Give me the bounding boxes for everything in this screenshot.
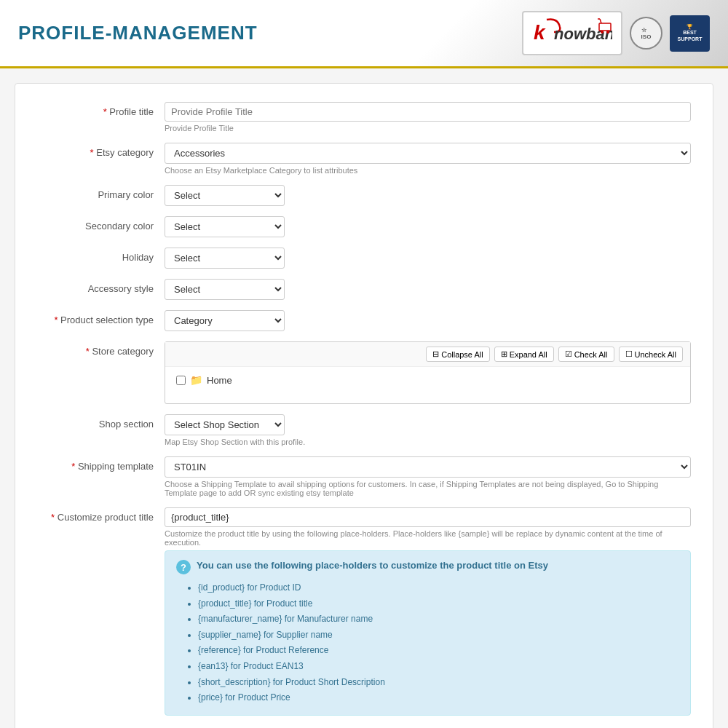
info-box-title: You can use the following place-holders …	[197, 560, 548, 571]
shop-section-select[interactable]: Select Shop Section	[165, 414, 285, 435]
primary-color-wrap: Select	[165, 185, 691, 206]
list-item: {product_title} for Product title	[198, 596, 679, 612]
list-item: {ean13} for Product EAN13	[198, 659, 679, 675]
store-category-group: Store category ⊟ Collapse All ⊞ Expand A…	[37, 341, 691, 404]
accessory-style-select[interactable]: Select	[165, 279, 285, 300]
primary-color-label: Primary color	[37, 185, 165, 200]
profile-title-hint: Provide Profile Title	[165, 124, 691, 132]
svg-point-5	[601, 31, 604, 33]
list-item: {reference} for Product Reference	[198, 643, 679, 659]
placeholder-list: {id_product} for Product ID {product_tit…	[176, 580, 679, 706]
customize-title-group: Customize product title Customize the pr…	[37, 507, 691, 716]
etsy-category-hint: Choose an Etsy Marketplace Category to l…	[165, 166, 691, 175]
folder-icon: 📁	[190, 374, 202, 386]
main-form: Profile title Provide Profile Title Etsy…	[15, 83, 713, 728]
accessory-style-label: Accessory style	[37, 279, 165, 294]
shop-section-hint: Map Etsy Shop Section with this profile.	[165, 438, 691, 446]
profile-title-label: Profile title	[37, 102, 165, 117]
svg-text:nowband: nowband	[554, 25, 612, 43]
holiday-label: Holiday	[37, 248, 165, 263]
etsy-category-label: Etsy category	[37, 143, 165, 158]
check-all-button[interactable]: ☑ Check All	[558, 347, 614, 362]
shipping-template-label: Shipping template	[37, 456, 165, 472]
home-label: Home	[207, 375, 232, 386]
info-box: ? You can use the following place-holder…	[165, 550, 691, 716]
expand-icon: ⊞	[501, 349, 507, 359]
header-logos: k nowband ☆ ISO	[522, 11, 710, 55]
store-category-tree: 📁 Home	[165, 367, 690, 403]
list-item: {manufacturer_name} for Manufacturer nam…	[198, 612, 679, 628]
secondary-color-label: Secondary color	[37, 216, 165, 232]
customize-title-wrap: Customize the product title by using the…	[165, 507, 691, 716]
iso-badge: ☆ ISO	[630, 17, 662, 50]
svg-point-6	[606, 31, 609, 33]
product-selection-wrap: Category	[165, 310, 691, 331]
store-category-box: ⊟ Collapse All ⊞ Expand All ☑ Check All …	[165, 341, 691, 404]
customize-title-input[interactable]	[165, 507, 691, 527]
shop-section-label: Shop section	[37, 414, 165, 430]
profile-title-wrap: Provide Profile Title	[165, 102, 691, 132]
list-item: {id_product} for Product ID	[198, 580, 679, 596]
etsy-category-wrap: Accessories Choose an Etsy Marketplace C…	[165, 143, 691, 175]
page-title: PROFILE-MANAGEMENT	[18, 22, 258, 44]
shipping-template-group: Shipping template ST01IN Choose a Shippi…	[37, 456, 691, 497]
profile-title-input[interactable]	[165, 102, 691, 122]
product-selection-group: Product selection type Category	[37, 310, 691, 331]
shop-section-wrap: Select Shop Section Map Etsy Shop Sectio…	[165, 414, 691, 446]
store-category-wrap: ⊟ Collapse All ⊞ Expand All ☑ Check All …	[165, 341, 691, 404]
svg-line-3	[600, 19, 601, 23]
store-category-toolbar: ⊟ Collapse All ⊞ Expand All ☑ Check All …	[165, 342, 690, 367]
profile-title-group: Profile title Provide Profile Title	[37, 102, 691, 132]
list-item: {short_description} for Product Short De…	[198, 675, 679, 691]
accessory-style-wrap: Select	[165, 279, 691, 300]
etsy-category-select[interactable]: Accessories	[165, 143, 691, 164]
home-checkbox[interactable]	[176, 376, 186, 385]
shipping-template-hint: Choose a Shipping Template to avail ship…	[165, 480, 691, 497]
secondary-color-wrap: Select	[165, 216, 691, 237]
secondary-color-select[interactable]: Select	[165, 216, 285, 237]
customize-title-hint: Customize the product title by using the…	[165, 529, 691, 547]
product-selection-select[interactable]: Category	[165, 310, 285, 331]
primary-color-select[interactable]: Select	[165, 185, 285, 206]
collapse-all-button[interactable]: ⊟ Collapse All	[426, 347, 489, 362]
check-icon: ☑	[565, 349, 572, 359]
collapse-icon: ⊟	[432, 349, 439, 359]
best-support-badge: 🏆 BEST SUPPORT	[670, 15, 710, 52]
secondary-color-group: Secondary color Select	[37, 216, 691, 237]
list-item: {price} for Product Price	[198, 690, 679, 706]
accessory-style-group: Accessory style Select	[37, 279, 691, 300]
uncheck-all-button[interactable]: ☐ Uncheck All	[619, 347, 683, 362]
list-item: {supplier_name} for Supplier name	[198, 628, 679, 644]
customize-title-label: Customize product title	[37, 507, 165, 523]
svg-text:k: k	[534, 21, 546, 44]
info-icon: ?	[176, 560, 191, 574]
holiday-select[interactable]: Select	[165, 248, 285, 269]
knowband-logo: k nowband	[522, 11, 622, 55]
product-selection-label: Product selection type	[37, 310, 165, 325]
holiday-wrap: Select	[165, 248, 691, 269]
uncheck-icon: ☐	[625, 349, 633, 359]
page-header: PROFILE-MANAGEMENT k nowband	[0, 0, 728, 68]
store-category-label: Store category	[37, 341, 165, 357]
shipping-template-select[interactable]: ST01IN	[165, 456, 691, 478]
primary-color-group: Primary color Select	[37, 185, 691, 206]
info-box-header: ? You can use the following place-holder…	[176, 560, 679, 574]
shop-section-group: Shop section Select Shop Section Map Ets…	[37, 414, 691, 446]
holiday-group: Holiday Select	[37, 248, 691, 269]
etsy-category-group: Etsy category Accessories Choose an Etsy…	[37, 143, 691, 175]
expand-all-button[interactable]: ⊞ Expand All	[494, 347, 554, 362]
shipping-template-wrap: ST01IN Choose a Shipping Template to ava…	[165, 456, 691, 497]
tree-item-home: 📁 Home	[176, 374, 679, 386]
